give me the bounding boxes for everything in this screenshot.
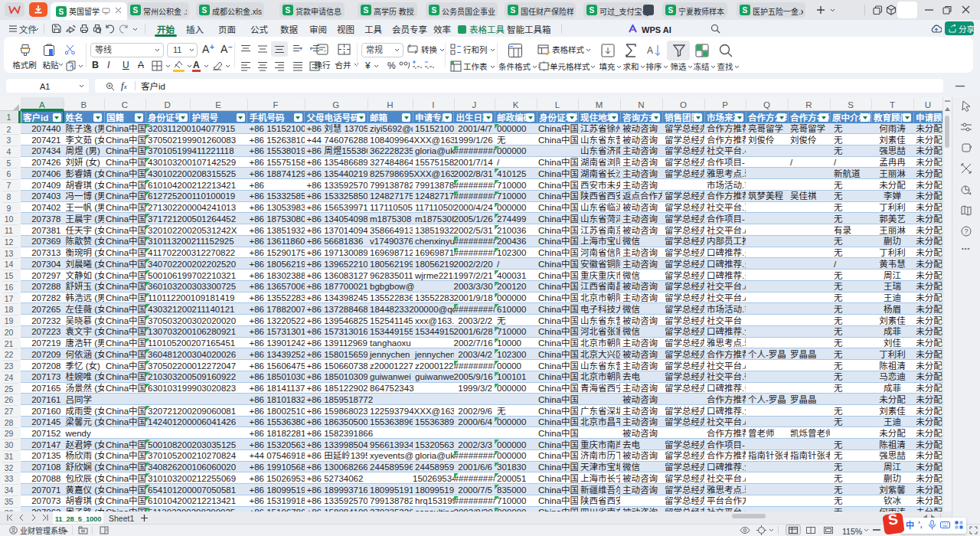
svg-text:A: A [647, 45, 653, 56]
svg-text:?: ? [965, 227, 969, 235]
